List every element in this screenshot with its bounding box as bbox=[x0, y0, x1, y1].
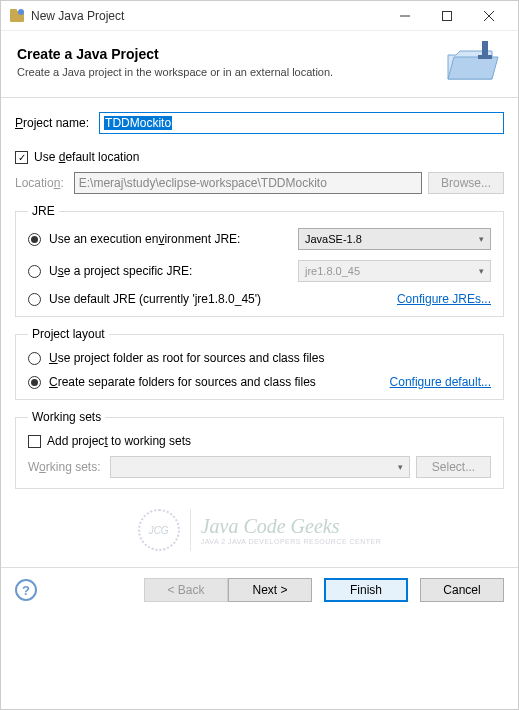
chevron-down-icon: ▾ bbox=[398, 462, 403, 472]
layout-root-radio[interactable] bbox=[28, 352, 41, 365]
svg-rect-8 bbox=[478, 55, 492, 59]
layout-separate-radio[interactable] bbox=[28, 376, 41, 389]
svg-point-2 bbox=[18, 9, 24, 15]
project-layout-legend: Project layout bbox=[28, 327, 109, 341]
working-sets-select: ▾ bbox=[110, 456, 410, 478]
working-sets-legend: Working sets bbox=[28, 410, 105, 424]
watermark-title: Java Code Geeks bbox=[201, 515, 382, 538]
project-layout-group: Project layout Use project folder as roo… bbox=[15, 327, 504, 400]
jre-legend: JRE bbox=[28, 204, 59, 218]
configure-default-link[interactable]: Configure default... bbox=[390, 375, 491, 389]
location-input bbox=[74, 172, 422, 194]
watermark-subtitle: JAVA 2 JAVA DEVELOPERS RESOURCE CENTER bbox=[201, 538, 382, 545]
layout-separate-label: Create separate folders for sources and … bbox=[49, 375, 316, 389]
location-row: Location: Browse... bbox=[15, 172, 504, 194]
minimize-button[interactable] bbox=[384, 2, 426, 30]
location-label: Location: bbox=[15, 176, 64, 190]
use-default-location-row: ✓ Use default location bbox=[15, 150, 504, 164]
wizard-icon bbox=[444, 41, 502, 83]
svg-rect-7 bbox=[482, 41, 488, 57]
cancel-button[interactable]: Cancel bbox=[420, 578, 504, 602]
dialog-footer: ? < Back Next > Finish Cancel bbox=[1, 567, 518, 612]
add-to-working-sets-label: Add project to working sets bbox=[47, 434, 191, 448]
app-icon bbox=[9, 8, 25, 24]
jre-specific-radio[interactable] bbox=[28, 265, 41, 278]
project-name-label: Project name: bbox=[15, 116, 89, 130]
back-button: < Back bbox=[144, 578, 228, 602]
maximize-button[interactable] bbox=[426, 2, 468, 30]
jre-exec-env-radio[interactable] bbox=[28, 233, 41, 246]
close-button[interactable] bbox=[468, 2, 510, 30]
svg-rect-4 bbox=[443, 11, 452, 20]
jre-exec-env-label: Use an execution environment JRE: bbox=[49, 232, 240, 246]
next-button[interactable]: Next > bbox=[228, 578, 312, 602]
use-default-location-label: Use default location bbox=[34, 150, 139, 164]
select-working-sets-button: Select... bbox=[416, 456, 491, 478]
jre-specific-select: jre1.8.0_45 ▾ bbox=[298, 260, 491, 282]
page-subtitle: Create a Java project in the workspace o… bbox=[17, 66, 444, 78]
watermark-badge: JCG bbox=[138, 509, 180, 551]
configure-jres-link[interactable]: Configure JREs... bbox=[397, 292, 491, 306]
working-sets-label: Working sets: bbox=[28, 460, 100, 474]
dialog-header: Create a Java Project Create a Java proj… bbox=[1, 31, 518, 98]
window-title: New Java Project bbox=[31, 9, 384, 23]
titlebar: New Java Project bbox=[1, 1, 518, 31]
jre-exec-env-select[interactable]: JavaSE-1.8 ▾ bbox=[298, 228, 491, 250]
add-to-working-sets-checkbox[interactable] bbox=[28, 435, 41, 448]
project-name-input[interactable]: TDDMockito bbox=[99, 112, 504, 134]
chevron-down-icon: ▾ bbox=[479, 234, 484, 244]
jre-default-label: Use default JRE (currently 'jre1.8.0_45'… bbox=[49, 292, 261, 306]
working-sets-group: Working sets Add project to working sets… bbox=[15, 410, 504, 489]
page-title: Create a Java Project bbox=[17, 46, 444, 62]
chevron-down-icon: ▾ bbox=[479, 266, 484, 276]
jre-group: JRE Use an execution environment JRE: Ja… bbox=[15, 204, 504, 317]
help-button[interactable]: ? bbox=[15, 579, 37, 601]
jre-specific-label: Use a project specific JRE: bbox=[49, 264, 192, 278]
use-default-location-checkbox[interactable]: ✓ bbox=[15, 151, 28, 164]
layout-root-label: Use project folder as root for sources a… bbox=[49, 351, 324, 365]
jre-default-radio[interactable] bbox=[28, 293, 41, 306]
project-name-row: Project name: TDDMockito bbox=[15, 112, 504, 134]
browse-button: Browse... bbox=[428, 172, 504, 194]
watermark: JCG Java Code Geeks JAVA 2 JAVA DEVELOPE… bbox=[15, 509, 504, 551]
svg-rect-1 bbox=[10, 9, 17, 13]
finish-button[interactable]: Finish bbox=[324, 578, 408, 602]
